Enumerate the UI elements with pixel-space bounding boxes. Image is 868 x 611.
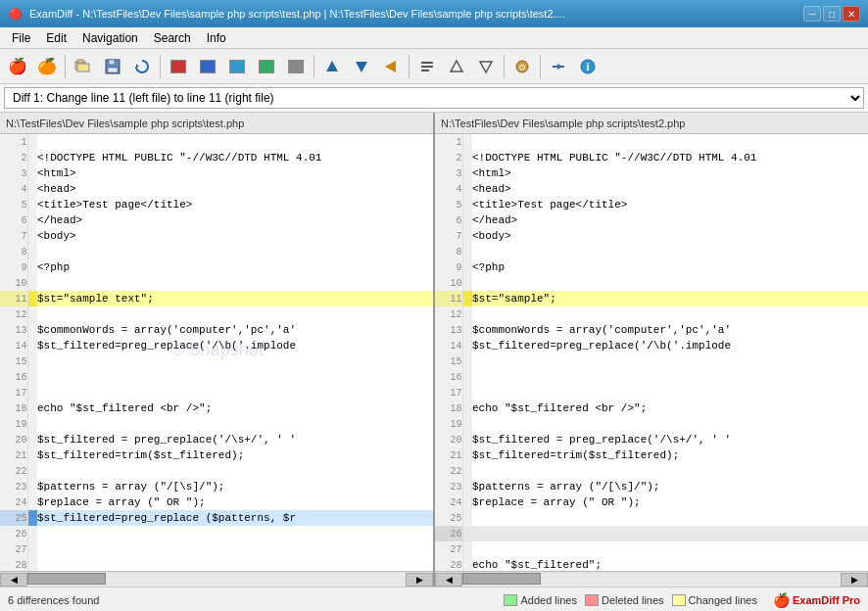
menu-navigation[interactable]: Navigation (74, 29, 146, 47)
title-text: ExamDiff - N:\TestFiles\Dev Files\sample… (29, 8, 803, 20)
tb-nav3-button[interactable] (472, 53, 500, 80)
tb-refresh-button[interactable] (128, 53, 156, 80)
menu-search[interactable]: Search (146, 29, 199, 47)
line-code: <body> (472, 228, 868, 244)
line-marker (27, 541, 37, 557)
line-marker (462, 259, 472, 275)
line-marker (27, 510, 37, 526)
tb-down-button[interactable] (348, 53, 375, 80)
line-number: 10 (435, 275, 462, 291)
menu-info[interactable]: Info (199, 29, 234, 47)
line-number: 9 (0, 259, 27, 275)
tb-color3-button[interactable] (223, 53, 251, 80)
toolbar-sep-4 (409, 55, 410, 78)
line-code (37, 416, 433, 432)
svg-marker-13 (451, 61, 462, 71)
tb-color5-button[interactable] (282, 53, 310, 80)
line-marker (462, 369, 472, 385)
menu-file[interactable]: File (4, 29, 38, 47)
right-scroll-row[interactable]: ◀ ▶ (435, 571, 868, 587)
tb-save-button[interactable] (99, 53, 126, 80)
line-number: 5 (0, 197, 27, 212)
right-scroll-right[interactable]: ▶ (841, 573, 868, 587)
right-code-area[interactable]: 12 <!DOCTYPE HTML PUBLIC "-//W3C//DTD HT… (435, 134, 868, 571)
line-marker (462, 463, 472, 479)
brand-text: ExamDiff Pro (793, 594, 860, 606)
left-scroll-row[interactable]: ◀ ▶ (0, 571, 433, 587)
right-scroll-left[interactable]: ◀ (435, 573, 462, 587)
tb-options-button[interactable]: ⚙ (508, 53, 536, 80)
diff-selector-row: Diff 1: Change line 11 (left file) to li… (0, 84, 868, 113)
line-code: <?php (37, 259, 433, 275)
line-number: 17 (435, 385, 462, 400)
line-marker (27, 416, 37, 432)
line-code (37, 353, 433, 369)
line-code (472, 541, 868, 557)
tb-nav2-button[interactable] (443, 53, 470, 80)
status-text: 6 differences found (8, 594, 504, 606)
svg-rect-1 (77, 60, 83, 63)
line-number: 13 (0, 322, 27, 338)
legend-added: Added lines (504, 594, 577, 606)
left-code-area[interactable]: 12 <!DOCTYPE HTML PUBLIC "-//W3C//DTD HT… (0, 134, 433, 571)
tb-info-button[interactable]: i (574, 53, 602, 80)
left-scroll-thumb[interactable] (27, 573, 106, 585)
line-code: </head> (37, 212, 433, 228)
tb-color4-button[interactable] (253, 53, 280, 80)
tb-apple2-button[interactable]: 🍊 (33, 53, 61, 80)
diff-selector-dropdown[interactable]: Diff 1: Change line 11 (left file) to li… (4, 87, 864, 109)
legend-changed-label: Changed lines (689, 594, 757, 606)
line-marker (27, 479, 37, 494)
line-number: 7 (435, 228, 462, 244)
tb-left-button[interactable] (377, 53, 405, 80)
tb-nav1-button[interactable] (413, 53, 441, 80)
line-number: 11 (0, 291, 27, 306)
line-number: 24 (435, 494, 462, 510)
line-marker (462, 306, 472, 322)
line-code: <!DOCTYPE HTML PUBLIC "-//W3C//DTD HTML … (37, 150, 433, 165)
line-code: $st_filtered=trim($st_filtered); (472, 447, 868, 463)
right-file-header: N:\TestFiles\Dev Files\sample php script… (435, 113, 868, 134)
line-code (37, 385, 433, 400)
line-code: $replace = array (" OR "); (37, 494, 433, 510)
line-code (472, 306, 868, 322)
menu-edit[interactable]: Edit (38, 29, 74, 47)
line-marker (462, 416, 472, 432)
line-code: $st_filtered=preg_replace('/\b('.implode (37, 338, 433, 353)
maximize-button[interactable]: □ (823, 6, 841, 22)
line-number: 28 (435, 557, 462, 571)
line-number: 4 (435, 181, 462, 197)
close-button[interactable]: ✕ (843, 6, 860, 22)
line-number: 11 (435, 291, 462, 306)
right-code-table: 12 <!DOCTYPE HTML PUBLIC "-//W3C//DTD HT… (435, 134, 868, 571)
line-marker (462, 447, 472, 463)
tb-sync-button[interactable] (545, 53, 572, 80)
legend-added-box (504, 594, 517, 606)
line-code (472, 385, 868, 400)
line-marker (27, 447, 37, 463)
svg-rect-12 (421, 70, 429, 71)
line-marker (462, 150, 472, 165)
right-scroll-thumb[interactable] (462, 573, 541, 585)
line-marker (462, 541, 472, 557)
line-code (472, 369, 868, 385)
line-code (37, 557, 433, 571)
tb-apple1-button[interactable]: 🍎 (4, 53, 31, 80)
tb-color1-button[interactable] (165, 53, 192, 80)
tb-open-button[interactable] (70, 53, 97, 80)
minimize-button[interactable]: ─ (803, 6, 821, 22)
line-code: $patterns = array ("/[\s]/"); (472, 479, 868, 494)
line-code: </head> (472, 212, 868, 228)
left-file-header: N:\TestFiles\Dev Files\sample php script… (0, 113, 433, 134)
line-code: $st_filtered=trim($st_filtered); (37, 447, 433, 463)
left-scroll-right[interactable]: ▶ (406, 573, 433, 587)
tb-up-button[interactable] (318, 53, 346, 80)
line-number: 21 (0, 447, 27, 463)
left-scroll-left[interactable]: ◀ (0, 573, 27, 587)
tb-color2-button[interactable] (194, 53, 221, 80)
line-code (37, 526, 433, 541)
line-number: 3 (0, 165, 27, 181)
line-code (37, 369, 433, 385)
svg-marker-9 (385, 61, 396, 72)
line-code (37, 275, 433, 291)
